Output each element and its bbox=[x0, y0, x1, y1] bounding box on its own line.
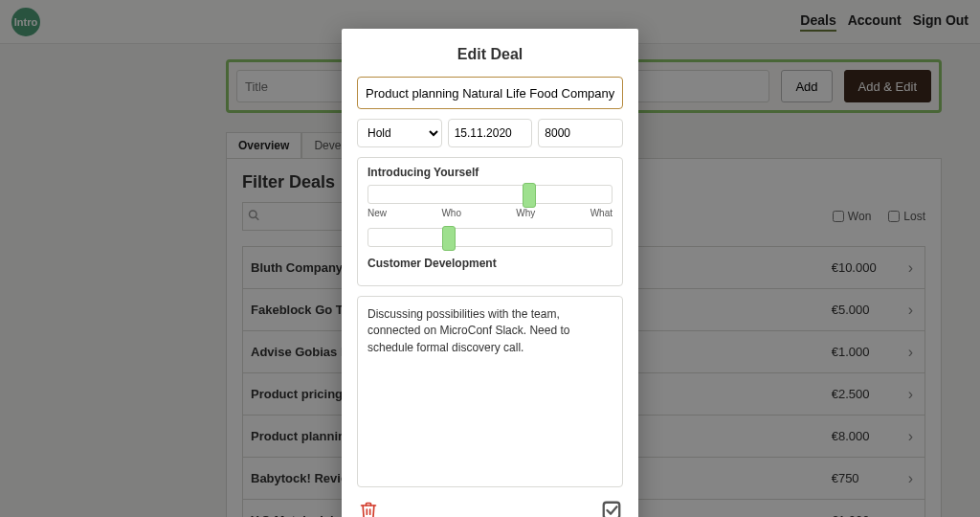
slider-ticks: New Who Why What bbox=[368, 208, 612, 218]
tick-new: New bbox=[368, 208, 387, 218]
confirm-button[interactable] bbox=[600, 499, 623, 517]
intro-slider-handle[interactable] bbox=[523, 183, 536, 208]
tick-what: What bbox=[590, 208, 612, 218]
intro-slider[interactable] bbox=[368, 185, 612, 204]
deal-title-input[interactable] bbox=[357, 77, 623, 109]
delete-button[interactable] bbox=[357, 499, 380, 517]
custdev-slider-handle[interactable] bbox=[442, 226, 456, 251]
tick-who: Who bbox=[441, 208, 461, 218]
custdev-slider[interactable] bbox=[368, 228, 612, 247]
modal-overlay[interactable]: Edit Deal HoldActiveWonLost Introducing … bbox=[0, 0, 980, 517]
svg-rect-2 bbox=[604, 503, 620, 517]
slider1-label: Introducing Yourself bbox=[368, 166, 612, 179]
slider2-label: Customer Development bbox=[368, 257, 612, 270]
amount-input[interactable] bbox=[538, 119, 623, 147]
date-input[interactable] bbox=[448, 119, 533, 147]
slider-group: Introducing Yourself New Who Why What Cu… bbox=[357, 157, 623, 286]
trash-icon bbox=[359, 500, 378, 517]
check-icon bbox=[601, 500, 622, 517]
stage-select[interactable]: HoldActiveWonLost bbox=[357, 119, 442, 147]
notes-textarea[interactable] bbox=[357, 296, 623, 487]
modal-title: Edit Deal bbox=[357, 46, 623, 63]
tick-why: Why bbox=[516, 208, 535, 218]
modal-meta-row: HoldActiveWonLost bbox=[357, 119, 623, 147]
modal-actions bbox=[357, 497, 623, 517]
edit-deal-modal: Edit Deal HoldActiveWonLost Introducing … bbox=[342, 29, 638, 517]
